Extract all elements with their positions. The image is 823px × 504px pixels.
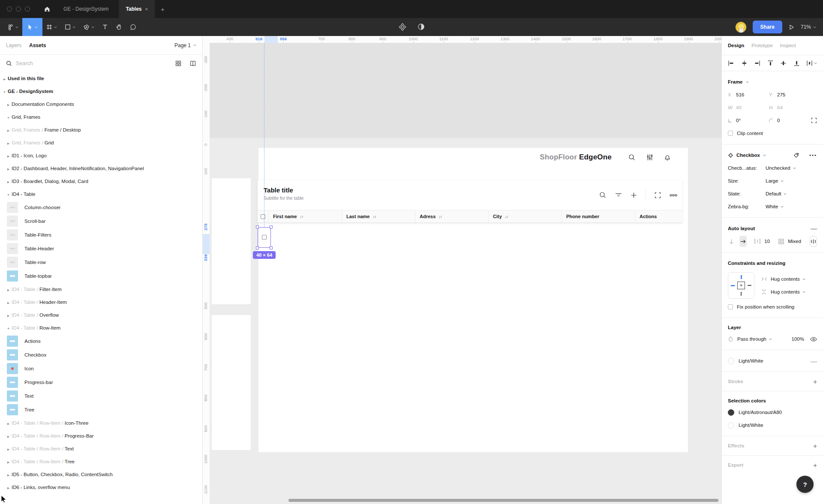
resize-handle[interactable] [270,246,273,249]
asset-item[interactable]: Grid, Frames [0,111,202,123]
table-column-header[interactable]: Adress ↓↑ [415,210,489,222]
theme-toggle-button[interactable] [418,23,425,31]
color-swatch[interactable] [728,422,734,429]
share-button[interactable]: Share [753,21,782,33]
close-window-button[interactable] [7,6,12,12]
asset-item[interactable]: ID6 - Links, overflow menu [0,481,202,494]
new-tab-button[interactable]: + [155,0,171,18]
minimize-window-button[interactable] [16,6,21,12]
fill-style-row[interactable]: Light/White — [728,354,817,367]
height-field[interactable]: H64 [769,105,810,110]
swap-instance-button[interactable] [793,152,799,159]
add-effect-button[interactable]: + [813,442,817,450]
independent-corners-button[interactable] [811,117,817,123]
sort-icon[interactable]: ↓↑ [372,214,376,219]
asset-item[interactable]: Text [0,389,202,403]
align-left-button[interactable] [728,60,734,66]
sort-icon[interactable]: ↓↑ [505,214,508,219]
asset-item[interactable]: Scroll-bar [0,214,202,228]
present-button[interactable] [788,24,795,30]
asset-item[interactable]: ID4 - Table [0,188,202,201]
alignment-distribution-button[interactable] [810,236,817,247]
asset-item[interactable]: ID4 - Table / Row-Item / Progress-Bar [0,429,202,442]
selection-color-row[interactable]: Light/Astronaut/A80 [728,406,817,419]
constraints-widget[interactable]: + [728,272,754,299]
home-button[interactable] [38,0,57,18]
shape-tool-button[interactable] [61,18,79,36]
asset-item[interactable]: ID4 - Table / Row-Item / Text [0,442,202,455]
resize-handle[interactable] [270,225,273,228]
tab-layers[interactable]: Layers [6,42,21,48]
table-column-header[interactable]: Phone number ↓↑ [562,210,635,222]
sort-icon[interactable]: ↓↑ [439,214,442,219]
panel-tab[interactable]: Prototype [751,43,772,48]
horizontal-scrollbar[interactable] [288,499,718,502]
visibility-toggle[interactable] [810,337,817,342]
zoom-window-button[interactable] [25,6,30,12]
pen-tool-button[interactable] [79,18,98,36]
fullscreen-icon[interactable] [655,192,661,198]
clip-content-checkbox[interactable] [728,131,733,136]
help-button[interactable]: ? [796,476,814,493]
add-export-button[interactable]: + [813,462,817,469]
resize-handle[interactable] [256,225,259,228]
file-tab[interactable]: Tables × [119,0,155,18]
select-all-checkbox[interactable] [261,214,265,219]
asset-item[interactable]: Table-Header [0,242,202,255]
property-value-dropdown[interactable]: Default [766,191,787,196]
filter-icon[interactable] [615,192,622,198]
offscreen-frame[interactable] [212,178,251,304]
table-column-header[interactable]: City ↓↑ [489,210,562,222]
property-value-dropdown[interactable]: Unchecked [766,165,796,171]
asset-item[interactable]: ID4 - Table / Header-Item [0,296,202,309]
x-position-field[interactable]: X516 [728,92,769,97]
main-menu-button[interactable] [3,18,22,36]
components-button[interactable] [399,23,406,31]
table-column-header[interactable]: First name ↓↑ [269,210,342,222]
component-menu-button[interactable]: ••• [809,153,817,158]
color-swatch[interactable] [728,409,734,416]
comment-tool-button[interactable] [126,18,140,36]
add-icon[interactable] [631,192,637,198]
vertical-resizing-dropdown[interactable]: Hug contents [761,285,817,298]
canvas[interactable]: ShopFloor EdgeOne Table title Subtitle f… [203,36,721,504]
asset-item[interactable]: ID4 - Table / Filter-Item [0,283,202,296]
asset-item[interactable]: Table-Filters [0,228,202,242]
remove-fill-button[interactable]: — [811,357,817,365]
overflow-menu-icon[interactable] [670,194,677,197]
user-avatar[interactable] [735,21,747,33]
selection-color-row[interactable]: Light/White [728,419,817,432]
frame-tool-button[interactable] [42,18,61,36]
align-horizontal-center-button[interactable] [741,60,748,66]
asset-item[interactable]: ID3 - Boardlet, Dialog, Modal, Card [0,175,202,188]
table-column-header[interactable]: Last name ↓↑ [342,210,415,222]
add-stroke-button[interactable]: + [813,378,817,385]
distribute-menu-button[interactable] [806,60,817,66]
asset-item[interactable]: ID5 - Button, Checkbox, Radio, ContentSw… [0,468,202,481]
asset-item[interactable]: Actions [0,334,202,348]
fix-position-checkbox[interactable] [728,304,733,309]
rotation-field[interactable]: 0° [728,118,769,123]
layout-vertical-button[interactable] [728,236,735,247]
horizontal-resizing-dropdown[interactable]: Hug contents [761,273,817,285]
asset-item[interactable]: ID2 - Dashboard, Header, InlineNotificat… [0,162,202,175]
item-spacing-field[interactable]: 10 [754,239,770,244]
fill-color-swatch[interactable] [728,358,734,364]
panel-tab[interactable]: Design [728,43,744,48]
frame-section-title[interactable]: Frame [728,75,817,88]
text-tool-button[interactable] [98,18,112,36]
asset-item[interactable]: ID1 - Icon, Logo [0,149,202,162]
asset-item[interactable]: GE - DesignSystem [0,85,202,98]
selected-checkbox-element[interactable] [258,227,271,248]
align-bottom-button[interactable] [793,60,800,66]
property-value-dropdown[interactable]: Large [766,178,784,183]
file-tab[interactable]: GE - DesignSystem [57,0,119,18]
assets-search[interactable]: Search [0,55,202,72]
asset-item[interactable]: Tree [0,403,202,417]
close-tab-icon[interactable]: × [145,6,148,12]
table-component[interactable]: Table title Subtitle for the table ↓↑ [258,180,682,223]
resize-handle[interactable] [256,246,259,249]
zoom-menu[interactable]: 71% [801,24,816,30]
asset-item[interactable]: Documentation Components [0,98,202,111]
opacity-field[interactable]: 100% [792,336,804,342]
